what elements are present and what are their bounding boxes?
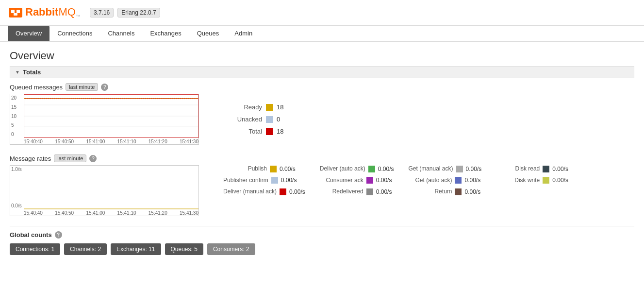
deliver-manual-color (280, 188, 286, 195)
consumer-ack-label: Consumer ack (320, 177, 363, 185)
nav-item-connections[interactable]: Connections (50, 26, 100, 41)
message-rates-time-badge: last minute (54, 154, 86, 162)
rate-return: Return 0.00/s (408, 188, 481, 196)
rate-publisher-confirm: Publisher confirm 0.00/s (223, 177, 305, 185)
main-nav: Overview Connections Channels Exchanges … (0, 26, 644, 42)
rate-disk-read: Disk read 0.00/s (496, 165, 568, 173)
erlang-badge: Erlang 22.0.7 (117, 8, 160, 17)
consumers-badge[interactable]: Consumers: 2 (207, 243, 255, 255)
disk-write-value: 0.00/s (552, 177, 568, 184)
nav-item-admin[interactable]: Admin (227, 26, 260, 41)
total-label: Total (223, 128, 262, 135)
logo: RabbitMQ™ (8, 5, 80, 20)
deliver-manual-value: 0.00/s (289, 188, 305, 195)
queued-messages-help-icon[interactable]: ? (101, 84, 108, 91)
rate-get-auto: Get (auto ack) 0.00/s (408, 177, 481, 185)
disk-read-value: 0.00/s (552, 166, 568, 172)
rates-col-4: Disk read 0.00/s Disk write 0.00/s (496, 165, 568, 184)
nav-item-queues[interactable]: Queues (189, 26, 227, 41)
rates-col-3: Get (manual ack) 0.00/s Get (auto ack) 0… (408, 165, 481, 196)
ready-color (266, 104, 273, 111)
publisher-confirm-value: 0.00/s (281, 177, 297, 184)
unacked-value: 0 (277, 116, 280, 123)
svg-rect-1 (11, 10, 15, 13)
total-color (266, 128, 273, 135)
exchanges-badge[interactable]: Exchanges: 11 (111, 243, 161, 255)
queued-messages-legend: Ready 18 Unacked 0 Total 18 (223, 94, 320, 145)
queued-messages-chart: 20 15 10 5 0 (10, 94, 199, 145)
redelivered-color (366, 188, 373, 195)
nav-item-exchanges[interactable]: Exchanges (142, 26, 189, 41)
redelivered-label: Redelivered (320, 188, 363, 196)
ready-value: 18 (277, 103, 283, 111)
header: RabbitMQ™ 3.7.16 Erlang 22.0.7 (0, 0, 644, 26)
publisher-confirm-color (271, 177, 278, 184)
rate-deliver-manual: Deliver (manual ack) 0.00/s (223, 188, 305, 196)
total-value: 18 (277, 128, 283, 135)
deliver-manual-label: Deliver (manual ack) (223, 188, 277, 196)
svg-rect-3 (14, 13, 17, 16)
global-counts-help-icon[interactable]: ? (55, 231, 62, 239)
page-content: Overview ▼ Totals Queued messages last m… (0, 42, 644, 263)
consumer-ack-color (366, 177, 373, 184)
unacked-label: Unacked (223, 116, 262, 123)
get-auto-color (455, 177, 462, 184)
message-rates-section: 1.0/s 0.0/s 15:40:40 15:40:50 (10, 165, 634, 216)
deliver-auto-color (368, 166, 375, 172)
rate-disk-write: Disk write 0.00/s (496, 177, 568, 185)
nav-item-channels[interactable]: Channels (100, 26, 142, 41)
unacked-color (266, 116, 273, 123)
legend-total: Total 18 (223, 128, 320, 135)
message-rates-chart: 1.0/s 0.0/s 15:40:40 15:40:50 (10, 165, 199, 216)
nav-item-overview[interactable]: Overview (8, 26, 50, 41)
get-auto-value: 0.00/s (464, 177, 480, 184)
global-counts-badges: Connections: 1 Channels: 2 Exchanges: 11… (10, 243, 634, 255)
queued-messages-section: 20 15 10 5 0 (10, 94, 634, 145)
return-label: Return (408, 188, 452, 196)
legend-ready: Ready 18 (223, 103, 320, 111)
connections-badge[interactable]: Connections: 1 (10, 243, 60, 255)
logo-text: RabbitMQ™ (25, 6, 80, 19)
publish-color (270, 166, 277, 172)
publisher-confirm-label: Publisher confirm (223, 177, 268, 185)
rates-chart-x-labels: 15:40:40 15:40:50 15:41:00 15:41:10 15:4… (10, 209, 198, 216)
return-color (455, 188, 462, 195)
disk-write-color (543, 177, 549, 184)
rates-col-1: Publish 0.00/s Publisher confirm 0.00/s … (223, 165, 305, 196)
queued-messages-time-badge: last minute (66, 83, 98, 91)
rates-col-2: Deliver (auto ack) 0.00/s Consumer ack 0… (320, 165, 394, 196)
legend-unacked: Unacked 0 (223, 116, 320, 123)
queued-chart-x-labels: 15:40:40 15:40:50 15:41:00 15:41:10 15:4… (10, 138, 198, 144)
get-manual-value: 0.00/s (466, 166, 482, 172)
queued-messages-label: Queued messages last minute ? (10, 83, 634, 91)
publish-label: Publish (223, 165, 267, 173)
svg-rect-2 (17, 10, 20, 13)
get-auto-label: Get (auto ack) (408, 177, 452, 185)
queued-chart-y-labels: 20 15 10 5 0 (10, 94, 24, 138)
svg-rect-0 (9, 8, 22, 17)
channels-badge[interactable]: Channels: 2 (64, 243, 107, 255)
logo-icon (8, 5, 23, 20)
rate-consumer-ack: Consumer ack 0.00/s (320, 177, 394, 185)
redelivered-value: 0.00/s (376, 188, 392, 195)
publish-value: 0.00/s (280, 166, 296, 172)
queues-badge[interactable]: Queues: 5 (165, 243, 203, 255)
totals-section-header[interactable]: ▼ Totals (10, 66, 634, 78)
disk-read-color (543, 166, 549, 172)
message-rates-help-icon[interactable]: ? (89, 155, 97, 162)
message-rates-svg (24, 166, 198, 209)
page-title: Overview (10, 50, 634, 62)
ready-label: Ready (223, 103, 262, 111)
rate-get-manual: Get (manual ack) 0.00/s (408, 165, 481, 173)
rate-redelivered: Redelivered 0.00/s (320, 188, 394, 196)
message-rates-label: Message rates last minute ? (10, 154, 634, 162)
get-manual-color (456, 166, 463, 172)
rate-publish: Publish 0.00/s (223, 165, 305, 173)
queued-messages-svg (24, 94, 198, 138)
disk-read-label: Disk read (496, 165, 540, 173)
deliver-auto-value: 0.00/s (378, 166, 394, 172)
return-value: 0.00/s (464, 188, 480, 195)
consumer-ack-value: 0.00/s (376, 177, 392, 184)
rate-deliver-auto: Deliver (auto ack) 0.00/s (320, 165, 394, 173)
rates-legend: Publish 0.00/s Publisher confirm 0.00/s … (223, 165, 568, 216)
